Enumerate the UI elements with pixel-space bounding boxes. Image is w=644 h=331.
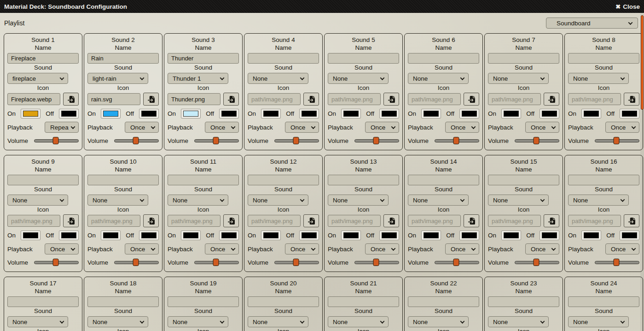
on-color-swatch[interactable] bbox=[181, 109, 201, 118]
file-picker-button[interactable] bbox=[624, 214, 639, 227]
name-input[interactable] bbox=[87, 296, 159, 307]
icon-path-input[interactable] bbox=[87, 215, 140, 227]
icon-path-input[interactable] bbox=[568, 215, 621, 227]
scrollbar-thumb[interactable] bbox=[641, 15, 644, 110]
playback-select[interactable]: Repeat bbox=[45, 122, 79, 133]
name-input[interactable] bbox=[488, 175, 559, 185]
playlist-select[interactable]: Soundboard bbox=[546, 18, 638, 29]
volume-slider-thumb[interactable] bbox=[293, 259, 299, 266]
icon-path-input[interactable] bbox=[488, 215, 541, 227]
sound-select[interactable]: None bbox=[328, 195, 389, 206]
sound-select[interactable]: fireplace bbox=[7, 73, 68, 84]
sound-select[interactable]: None bbox=[248, 195, 308, 206]
volume-slider[interactable] bbox=[354, 137, 399, 144]
name-input[interactable] bbox=[87, 175, 159, 185]
volume-slider[interactable] bbox=[34, 259, 79, 266]
name-input[interactable] bbox=[168, 296, 239, 307]
file-picker-button[interactable] bbox=[143, 93, 159, 106]
icon-path-input[interactable] bbox=[328, 93, 381, 105]
volume-slider[interactable] bbox=[435, 259, 479, 266]
volume-slider[interactable] bbox=[194, 137, 239, 144]
volume-slider-thumb[interactable] bbox=[533, 137, 539, 144]
name-input[interactable] bbox=[248, 296, 319, 307]
on-color-swatch[interactable] bbox=[21, 109, 41, 118]
name-input[interactable] bbox=[488, 296, 559, 307]
off-color-swatch[interactable] bbox=[219, 109, 239, 118]
playback-select[interactable]: Once bbox=[125, 243, 159, 254]
off-color-swatch[interactable] bbox=[620, 231, 639, 240]
name-input[interactable] bbox=[7, 296, 79, 307]
playback-select[interactable]: Once bbox=[205, 122, 239, 133]
volume-slider[interactable] bbox=[274, 259, 319, 266]
file-picker-button[interactable] bbox=[143, 214, 159, 227]
volume-slider-thumb[interactable] bbox=[373, 259, 379, 266]
volume-slider-thumb[interactable] bbox=[613, 137, 619, 144]
on-color-swatch[interactable] bbox=[581, 109, 601, 118]
icon-path-input[interactable] bbox=[7, 215, 60, 227]
sound-select[interactable]: None bbox=[568, 195, 629, 206]
volume-slider-thumb[interactable] bbox=[213, 259, 219, 266]
icon-path-input[interactable] bbox=[248, 93, 301, 105]
volume-slider[interactable] bbox=[114, 137, 159, 144]
playback-select[interactable]: Once bbox=[365, 243, 399, 254]
name-input[interactable] bbox=[408, 175, 479, 185]
off-color-swatch[interactable] bbox=[139, 231, 159, 240]
volume-slider-thumb[interactable] bbox=[293, 137, 299, 144]
on-color-swatch[interactable] bbox=[341, 109, 361, 118]
sound-select[interactable]: None bbox=[87, 195, 148, 206]
name-input[interactable] bbox=[248, 175, 319, 185]
on-color-swatch[interactable] bbox=[101, 109, 121, 118]
volume-slider[interactable] bbox=[515, 259, 559, 266]
off-color-swatch[interactable] bbox=[59, 109, 79, 118]
sound-select[interactable]: Thunder 1 bbox=[168, 73, 228, 84]
sound-select[interactable]: None bbox=[568, 73, 629, 84]
file-picker-button[interactable] bbox=[383, 93, 399, 106]
icon-path-input[interactable] bbox=[408, 93, 461, 105]
sound-select[interactable]: None bbox=[408, 195, 469, 206]
file-picker-button[interactable] bbox=[464, 93, 479, 106]
sound-select[interactable]: None bbox=[408, 316, 469, 327]
volume-slider-thumb[interactable] bbox=[133, 259, 139, 266]
name-input[interactable] bbox=[168, 53, 239, 64]
sound-select[interactable]: None bbox=[248, 316, 308, 327]
volume-slider-thumb[interactable] bbox=[533, 259, 539, 266]
volume-slider-thumb[interactable] bbox=[453, 259, 459, 266]
sound-select[interactable]: None bbox=[408, 73, 469, 84]
off-color-swatch[interactable] bbox=[219, 231, 239, 240]
volume-slider-thumb[interactable] bbox=[453, 137, 459, 144]
volume-slider-thumb[interactable] bbox=[133, 137, 139, 144]
file-picker-button[interactable] bbox=[223, 93, 239, 106]
off-color-swatch[interactable] bbox=[379, 109, 399, 118]
icon-path-input[interactable] bbox=[7, 93, 60, 105]
name-input[interactable] bbox=[328, 53, 399, 64]
name-input[interactable] bbox=[168, 175, 239, 185]
on-color-swatch[interactable] bbox=[501, 109, 521, 118]
icon-path-input[interactable] bbox=[328, 215, 381, 227]
volume-slider-thumb[interactable] bbox=[213, 137, 219, 144]
name-input[interactable] bbox=[7, 175, 79, 185]
volume-slider[interactable] bbox=[274, 137, 319, 144]
icon-path-input[interactable] bbox=[168, 93, 220, 105]
name-input[interactable] bbox=[7, 53, 79, 64]
playback-select[interactable]: Once bbox=[445, 243, 479, 254]
icon-path-input[interactable] bbox=[168, 215, 220, 227]
sound-select[interactable]: None bbox=[488, 73, 549, 84]
off-color-swatch[interactable] bbox=[459, 231, 479, 240]
playback-select[interactable]: Once bbox=[605, 122, 639, 133]
name-input[interactable] bbox=[408, 53, 479, 64]
on-color-swatch[interactable] bbox=[261, 231, 281, 240]
sound-select[interactable]: None bbox=[248, 73, 308, 84]
sound-select[interactable]: None bbox=[488, 316, 549, 327]
off-color-swatch[interactable] bbox=[459, 109, 479, 118]
playback-select[interactable]: Once bbox=[45, 243, 79, 254]
file-picker-button[interactable] bbox=[624, 93, 639, 106]
name-input[interactable] bbox=[568, 296, 639, 307]
sound-select[interactable]: light-rain bbox=[87, 73, 148, 84]
sound-select[interactable]: None bbox=[87, 316, 148, 327]
name-input[interactable] bbox=[328, 175, 399, 185]
file-picker-button[interactable] bbox=[63, 214, 79, 227]
sound-select[interactable]: None bbox=[168, 316, 228, 327]
sound-select[interactable]: None bbox=[7, 195, 68, 206]
volume-slider-thumb[interactable] bbox=[52, 137, 58, 144]
off-color-swatch[interactable] bbox=[59, 231, 79, 240]
